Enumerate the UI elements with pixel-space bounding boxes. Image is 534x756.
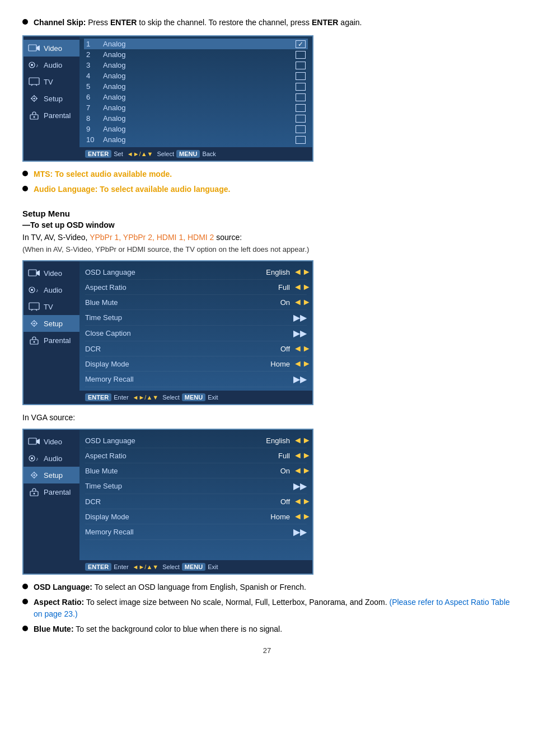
osd-source-line: In TV, AV, S-Video, YPbPr 1, YPbPr 2, HD… (22, 233, 512, 242)
audio-icon: ♪ (28, 60, 40, 69)
channel-row-10[interactable]: 10 Analog (84, 134, 308, 145)
footer-nav-icon3: ◄►/▲▼ (133, 564, 159, 570)
channel-checkbox-4[interactable] (296, 72, 306, 80)
mts-desc: To select audio available mode. (55, 170, 172, 179)
setup-tv-sidebar-tv[interactable]: TV (24, 298, 79, 315)
setup-tv-footer: ENTER Enter ◄►/▲▼ Select MENU Exit (79, 391, 312, 404)
setup-icon3 (28, 471, 40, 480)
svg-rect-0 (29, 45, 36, 51)
bottom-bullets: OSD Language: To select an OSD language … (22, 581, 512, 635)
vga-row-memory-recall[interactable]: Memory Recall ▶▶ (85, 524, 307, 540)
footer-enter-key: ENTER (85, 150, 111, 158)
channel-checkbox-8[interactable] (296, 115, 306, 123)
sidebar-video-label: Video (44, 44, 62, 53)
channel-row-4[interactable]: 4 Analog (84, 71, 308, 81)
channel-row-3[interactable]: 3 Analog (84, 60, 308, 71)
setup-tv-sidebar: Video ♪ Audio TV Setup Parental (24, 261, 79, 404)
mts-text: MTS: To select audio available mode. (34, 168, 172, 180)
svg-rect-32 (29, 438, 36, 444)
setup-row-display-mode[interactable]: Display Mode Home ◄► (85, 356, 307, 372)
vga-row-aspect-ratio[interactable]: Aspect Ratio Full ◄► (85, 448, 307, 463)
sidebar-item-parental[interactable]: Parental (24, 107, 79, 124)
channel-checkbox-10[interactable] (296, 136, 306, 144)
setup-vga-main: OSD Language English ◄► Aspect Ratio Ful… (79, 430, 312, 574)
channel-skip-label: Channel Skip: (34, 18, 86, 27)
setup-tv-sidebar-setup[interactable]: Setup (24, 315, 79, 332)
channel-skip-text1: Press (88, 18, 110, 27)
svg-point-9 (34, 98, 35, 100)
audio-lang-dot (22, 186, 28, 191)
channel-skip-text2: to skip the channel. To restore the chan… (139, 18, 312, 27)
setup-vga-sidebar-setup[interactable]: Setup (24, 467, 79, 483)
channel-checkbox-3[interactable] (296, 62, 306, 69)
aspect-ratio-text: Aspect Ratio: To select image size betwe… (34, 597, 512, 620)
svg-marker-33 (36, 439, 40, 444)
vga-source-label: In VGA source: (22, 413, 512, 422)
footer-menu-key3: MENU (182, 563, 205, 571)
channel-checkbox-2[interactable] (296, 51, 306, 59)
setup-tv-rows: OSD Language English ◄► Aspect Ratio Ful… (79, 261, 312, 391)
setup-vga-rows: OSD Language English ◄► Aspect Ratio Ful… (79, 430, 312, 543)
audio-lang-desc: To select available audio language. (100, 185, 230, 194)
setup-vga-sidebar-parental[interactable]: Parental (24, 483, 79, 500)
channel-checkbox-6[interactable] (296, 93, 306, 101)
sidebar-item-tv[interactable]: TV (24, 73, 79, 90)
vga-row-dcr[interactable]: DCR Off ◄► (85, 494, 307, 509)
setup-row-blue-mute[interactable]: Blue Mute On ◄► (85, 295, 307, 310)
channel-row-9[interactable]: 9 Analog (84, 124, 308, 134)
setup-row-close-caption[interactable]: Close Caption ▶▶ (85, 326, 307, 341)
svg-point-35 (31, 457, 33, 459)
parental-icon (28, 111, 40, 120)
setup-tv-sidebar-video[interactable]: Video (24, 265, 79, 281)
sidebar-item-video[interactable]: Video (24, 40, 79, 57)
setup-vga-sidebar: Video ♪ Audio Setup Parental (24, 430, 79, 574)
setup-panel-tv: Video ♪ Audio TV Setup Parental (22, 260, 313, 405)
setup-row-dcr[interactable]: DCR Off ◄► (85, 341, 307, 356)
page-number: 27 (22, 646, 512, 655)
setup-vga-sidebar-audio[interactable]: ♪ Audio (24, 450, 79, 467)
vga-row-osd-lang[interactable]: OSD Language English ◄► (85, 433, 307, 448)
channel-checkbox-9[interactable] (296, 125, 306, 133)
tv-icon2 (28, 302, 40, 311)
setup-tv-sidebar-parental[interactable]: Parental (24, 332, 79, 349)
footer-nav-icon2: ◄►/▲▼ (133, 394, 159, 401)
svg-rect-5 (29, 78, 39, 84)
blue-mute-bullet: Blue Mute: To set the background color t… (22, 623, 512, 635)
sidebar-item-audio[interactable]: ♪ Audio (24, 57, 79, 73)
channel-row-6[interactable]: 6 Analog (84, 92, 308, 102)
svg-rect-16 (29, 270, 36, 276)
setup-icon2 (28, 319, 40, 328)
channel-checkbox-1[interactable] (296, 40, 306, 48)
channel-row-8[interactable]: 8 Analog (84, 113, 308, 124)
channel-skip-enter2: ENTER (312, 18, 338, 27)
setup-row-aspect-ratio[interactable]: Aspect Ratio Full ◄► (85, 280, 307, 295)
bullet-dot (22, 19, 28, 25)
channel-row-7[interactable]: 7 Analog (84, 102, 308, 113)
vga-row-time-setup[interactable]: Time Setup ▶▶ (85, 478, 307, 494)
audio-lang-text: Audio Language: To select available audi… (34, 184, 230, 195)
audio-icon3: ♪ (28, 454, 40, 463)
sidebar-item-setup[interactable]: Setup (24, 90, 79, 107)
video-icon2 (28, 269, 40, 278)
svg-text:♪: ♪ (36, 63, 39, 68)
setup-row-time-setup[interactable]: Time Setup ▶▶ (85, 310, 307, 326)
channel-list: 1 Analog 2 Analog 3 Analog 4 Analog 5 (79, 36, 312, 147)
footer-enter-key2: ENTER (85, 393, 111, 401)
channel-checkbox-7[interactable] (296, 104, 306, 112)
channel-row-2[interactable]: 2 Analog (84, 49, 308, 60)
mts-bullet: MTS: To select audio available mode. (22, 168, 512, 180)
footer-nav-icon: ◄►/▲▼ (127, 151, 153, 157)
setup-row-memory-recall[interactable]: Memory Recall ▶▶ (85, 372, 307, 387)
vga-row-blue-mute[interactable]: Blue Mute On ◄► (85, 463, 307, 478)
channel-row-1[interactable]: 1 Analog (84, 39, 308, 49)
osd-lang-text: OSD Language: To select an OSD language … (34, 581, 306, 593)
video-icon3 (28, 437, 40, 446)
setup-vga-sidebar-video[interactable]: Video (24, 433, 79, 450)
channel-checkbox-5[interactable] (296, 83, 306, 91)
aspect-ratio-bullet: Aspect Ratio: To select image size betwe… (22, 597, 512, 620)
vga-row-display-mode[interactable]: Display Mode Home ◄► (85, 509, 307, 524)
setup-row-osd-lang[interactable]: OSD Language English ◄► (85, 265, 307, 280)
channel-row-5[interactable]: 5 Analog (84, 81, 308, 92)
setup-tv-sidebar-audio[interactable]: ♪ Audio (24, 281, 79, 298)
sidebar-tv-label: TV (44, 78, 53, 86)
